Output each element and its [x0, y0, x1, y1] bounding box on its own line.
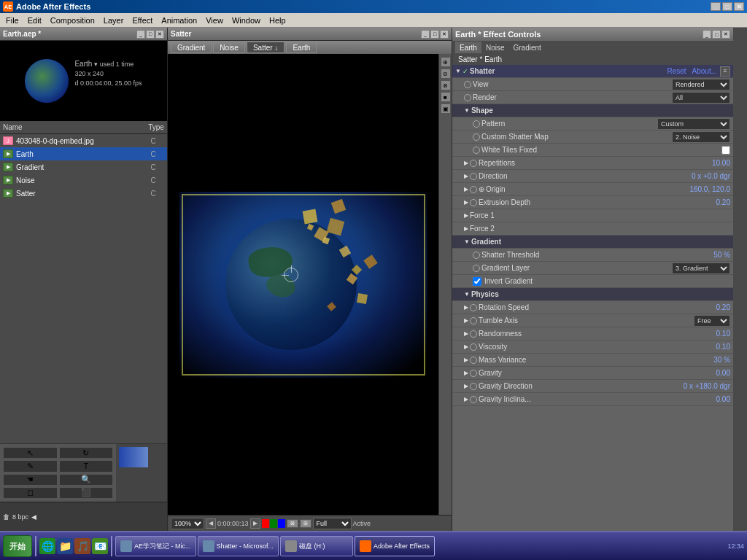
tool-rotate[interactable]: ↻ — [59, 447, 114, 459]
taskbar-item-ae-notes[interactable]: AE学习笔记 - Mic... — [115, 536, 196, 556]
menu-animation[interactable]: Animation — [157, 15, 201, 26]
wtf-checkbox[interactable] — [721, 146, 730, 155]
shatter-reset-link[interactable]: Reset — [667, 67, 686, 75]
rs-expand[interactable]: ▶ — [464, 304, 468, 311]
quicklaunch-media[interactable]: 🎵 — [74, 538, 90, 554]
rand-value[interactable]: 0.10 — [716, 330, 730, 338]
project-minimize-btn[interactable]: _ — [136, 30, 145, 39]
st-stopwatch[interactable] — [473, 252, 480, 259]
ext-stopwatch[interactable] — [470, 199, 477, 206]
f1-expand[interactable]: ▶ — [464, 212, 468, 219]
csm-select[interactable]: 2. Noise None 3. Gradient — [672, 131, 730, 143]
render-select[interactable]: All Front Back — [672, 92, 730, 104]
tool-pen[interactable]: ✎ — [3, 460, 58, 472]
shape-expand-icon[interactable]: ▼ — [464, 107, 470, 114]
render-stopwatch[interactable] — [464, 94, 471, 101]
mv-expand[interactable]: ▶ — [464, 357, 468, 363]
view-stopwatch[interactable] — [464, 81, 471, 88]
project-item-earth[interactable]: ▶ Earth C — [0, 147, 167, 160]
tool-hand[interactable]: ☚ — [3, 474, 58, 486]
rs-value[interactable]: 0.20 — [716, 303, 730, 311]
view-select[interactable]: Rendered Wireframe — [672, 79, 730, 90]
effect-maximize-btn[interactable]: □ — [712, 30, 721, 39]
project-maximize-btn[interactable]: □ — [146, 30, 155, 39]
pattern-stopwatch[interactable] — [473, 120, 480, 128]
ori-stopwatch[interactable] — [470, 186, 477, 193]
wtf-stopwatch[interactable] — [473, 147, 480, 154]
grav-value[interactable]: 0.00 — [716, 369, 730, 377]
vis-value[interactable]: 0.10 — [716, 343, 730, 351]
gi-stopwatch[interactable] — [470, 396, 477, 403]
ext-expand[interactable]: ▶ — [464, 199, 468, 206]
menu-edit[interactable]: Edit — [23, 15, 46, 26]
menu-composition[interactable]: Composition — [46, 15, 99, 26]
taskbar-item-ae[interactable]: Adobe After Effects — [355, 536, 435, 556]
viewer-side-btn-2[interactable]: ⊖ — [441, 69, 451, 79]
mv-value[interactable]: 30 % — [713, 356, 730, 364]
transport-prev[interactable]: ◀ — [206, 518, 216, 529]
grad-expand[interactable]: ▼ — [464, 238, 470, 245]
quicklaunch-ie[interactable]: 🌐 — [39, 538, 55, 554]
ori-expand[interactable]: ▶ — [464, 186, 468, 192]
ta-select[interactable]: Free X Axis Y Axis Z Axis — [694, 315, 730, 327]
rep-stopwatch[interactable] — [470, 160, 477, 167]
gi-value[interactable]: 0.00 — [716, 395, 730, 403]
grid-btn[interactable]: ⊞ — [300, 519, 311, 528]
gl-stopwatch[interactable] — [473, 265, 480, 272]
st-value[interactable]: 50 % — [713, 251, 730, 259]
project-item-noise[interactable]: ▶ Noise C — [0, 174, 167, 187]
rand-stopwatch[interactable] — [470, 330, 477, 338]
effect-tab-earth[interactable]: Earth — [455, 42, 481, 53]
rs-stopwatch[interactable] — [470, 304, 477, 311]
effect-minimize-btn[interactable]: _ — [703, 30, 711, 39]
shatter-about-link[interactable]: About... — [692, 67, 717, 75]
safe-zones-btn[interactable]: ⊠ — [287, 519, 298, 528]
ori-value[interactable]: 160.0, 120.0 — [689, 185, 730, 193]
viewer-tab-earth[interactable]: Earth — [286, 42, 317, 53]
tool-zoom[interactable]: 🔍 — [59, 474, 114, 486]
tool-select[interactable]: ↖ — [3, 447, 58, 459]
shatter-check-icon[interactable]: ✓ — [462, 68, 468, 75]
grav-expand[interactable]: ▶ — [464, 370, 468, 376]
dir-stopwatch[interactable] — [470, 173, 477, 180]
menu-effect[interactable]: Effect — [128, 15, 157, 26]
transport-next[interactable]: ▶ — [250, 518, 260, 529]
project-close-btn[interactable]: ✕ — [155, 30, 164, 39]
menu-layer[interactable]: Layer — [99, 15, 128, 26]
quality-select[interactable]: Full Half Third Quarter — [313, 518, 352, 529]
quicklaunch-mail[interactable]: 📧 — [92, 538, 108, 554]
taskbar-item-shatter[interactable]: Shatter - Microsof... — [198, 536, 279, 556]
csm-stopwatch[interactable] — [473, 133, 480, 141]
effect-tab-noise[interactable]: Noise — [481, 42, 509, 53]
project-item-satter[interactable]: ▶ Satter C — [0, 187, 167, 200]
phy-expand[interactable]: ▼ — [464, 291, 470, 298]
shatter-expand-icon[interactable]: ▼ — [455, 68, 461, 74]
ig-checkbox[interactable] — [473, 277, 481, 286]
zoom-select[interactable]: 100% 50% 200% — [171, 518, 204, 529]
menu-help[interactable]: Help — [265, 15, 290, 26]
ta-stopwatch[interactable] — [470, 317, 477, 324]
rep-expand[interactable]: ▶ — [464, 160, 468, 166]
vis-expand[interactable]: ▶ — [464, 343, 468, 350]
viewer-side-btn-3[interactable]: ⊗ — [441, 80, 451, 90]
mv-stopwatch[interactable] — [470, 357, 477, 364]
project-item-gradient[interactable]: ▶ Gradient C — [0, 160, 167, 174]
rep-value[interactable]: 10.00 — [712, 159, 730, 167]
minimize-button[interactable]: _ — [711, 2, 721, 11]
viewer-tab-gradient[interactable]: Gradient — [171, 42, 212, 53]
gl-select[interactable]: 3. Gradient None 2. Noise — [672, 262, 730, 274]
ext-value[interactable]: 0.20 — [716, 198, 730, 206]
effect-close-btn[interactable]: ✕ — [721, 30, 730, 39]
menu-view[interactable]: View — [201, 15, 228, 26]
project-item-0[interactable]: J 403048-0-dq-embed.jpg C — [0, 134, 167, 147]
grav-stopwatch[interactable] — [470, 370, 477, 377]
pattern-select[interactable]: Custom Glass Hexagons — [657, 118, 730, 130]
col-header-name[interactable]: Name — [0, 123, 145, 131]
maximize-button[interactable]: □ — [722, 2, 732, 11]
gd-stopwatch[interactable] — [470, 383, 477, 390]
viewer-side-btn-1[interactable]: ⊕ — [441, 57, 451, 67]
effect-tab-gradient[interactable]: Gradient — [508, 42, 545, 53]
taskbar-item-disk[interactable]: 磁盘 (H:) — [280, 536, 353, 556]
color-swatch[interactable] — [119, 447, 148, 467]
gd-value[interactable]: 0 x +180.0 dgr — [684, 382, 730, 390]
